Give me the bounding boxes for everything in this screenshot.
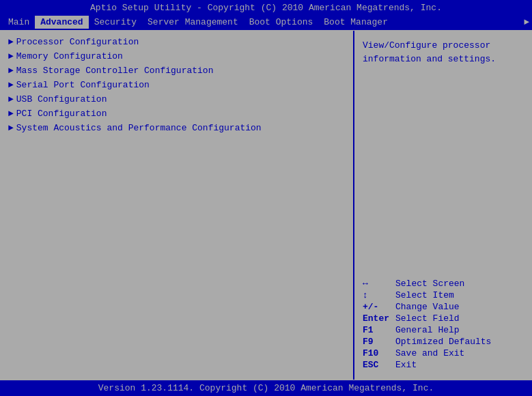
key-row: F10Save and Exit xyxy=(363,348,524,358)
title-text: Aptio Setup Utility - Copyright (C) 2010… xyxy=(90,3,442,13)
entry-arrow-icon: ► xyxy=(8,80,14,90)
key-name: ↕ xyxy=(363,290,395,300)
list-item[interactable]: ►Serial Port Configuration xyxy=(5,78,348,92)
entry-arrow-icon: ► xyxy=(8,94,14,104)
entry-arrow-icon: ► xyxy=(8,37,14,47)
key-name: F1 xyxy=(363,325,395,335)
entry-label: Processor Configuration xyxy=(16,37,139,47)
key-name: F9 xyxy=(363,337,395,347)
list-item[interactable]: ►USB Configuration xyxy=(5,92,348,107)
key-name: +/- xyxy=(363,302,395,312)
menu-arrow-right: ► xyxy=(524,17,529,27)
menu-item-security[interactable]: Security xyxy=(89,16,142,29)
entry-label: System Acoustics and Performance Configu… xyxy=(16,123,262,133)
key-row: ↕Select Item xyxy=(363,290,524,300)
key-name: ESC xyxy=(363,360,395,370)
key-row: F9Optimized Defaults xyxy=(363,337,524,347)
key-desc: Select Screen xyxy=(395,279,464,289)
key-desc: Select Field xyxy=(395,313,460,324)
left-panel: ►Processor Configuration►Memory Configur… xyxy=(0,31,354,380)
key-row: ESCExit xyxy=(363,360,524,370)
list-item[interactable]: ►PCI Configuration xyxy=(5,107,348,121)
list-item[interactable]: ►System Acoustics and Performance Config… xyxy=(5,121,348,135)
menu-bar: MainAdvancedSecurityServer ManagementBoo… xyxy=(0,14,532,31)
key-row: +/-Change Value xyxy=(363,302,524,312)
key-desc: Optimized Defaults xyxy=(395,337,491,347)
menu-item-main[interactable]: Main xyxy=(3,16,35,29)
key-row: F1General Help xyxy=(363,325,524,335)
list-item[interactable]: ►Processor Configuration xyxy=(5,35,348,49)
footer-text: Version 1.23.1114. Copyright (C) 2010 Am… xyxy=(98,383,434,393)
key-name: F10 xyxy=(363,348,395,358)
key-name: Enter xyxy=(363,313,395,324)
entry-arrow-icon: ► xyxy=(8,109,14,119)
menu-item-advanced[interactable]: Advanced xyxy=(35,16,88,29)
help-text: View/Configure processor information and… xyxy=(363,39,524,66)
entry-arrow-icon: ► xyxy=(8,123,14,133)
list-item[interactable]: ►Memory Configuration xyxy=(5,49,348,63)
title-bar: Aptio Setup Utility - Copyright (C) 2010… xyxy=(0,0,532,14)
key-desc: Select Item xyxy=(395,290,454,300)
list-item[interactable]: ►Mass Storage Controller Configuration xyxy=(5,63,348,78)
menu-item-server-management[interactable]: Server Management xyxy=(142,16,244,29)
entry-label: Serial Port Configuration xyxy=(16,80,150,90)
menu-item-boot-options[interactable]: Boot Options xyxy=(244,16,319,29)
key-name: ↔ xyxy=(363,279,395,289)
entry-label: PCI Configuration xyxy=(16,109,107,119)
main-content: ►Processor Configuration►Memory Configur… xyxy=(0,31,532,380)
key-row: EnterSelect Field xyxy=(363,313,524,324)
key-desc: Save and Exit xyxy=(395,348,464,358)
key-legend: ↔Select Screen↕Select Item+/-Change Valu… xyxy=(363,279,524,371)
entry-label: USB Configuration xyxy=(16,94,107,104)
app: Aptio Setup Utility - Copyright (C) 2010… xyxy=(0,0,532,396)
menu-item-boot-manager[interactable]: Boot Manager xyxy=(318,16,393,29)
entry-arrow-icon: ► xyxy=(8,66,14,76)
key-row: ↔Select Screen xyxy=(363,279,524,289)
key-desc: Exit xyxy=(395,360,417,370)
key-desc: General Help xyxy=(395,325,460,335)
right-panel: View/Configure processor information and… xyxy=(354,31,532,380)
entry-label: Mass Storage Controller Configuration xyxy=(16,66,214,76)
key-desc: Change Value xyxy=(395,302,460,312)
entry-label: Memory Configuration xyxy=(16,51,123,61)
entry-arrow-icon: ► xyxy=(8,51,14,61)
footer: Version 1.23.1114. Copyright (C) 2010 Am… xyxy=(0,380,532,396)
